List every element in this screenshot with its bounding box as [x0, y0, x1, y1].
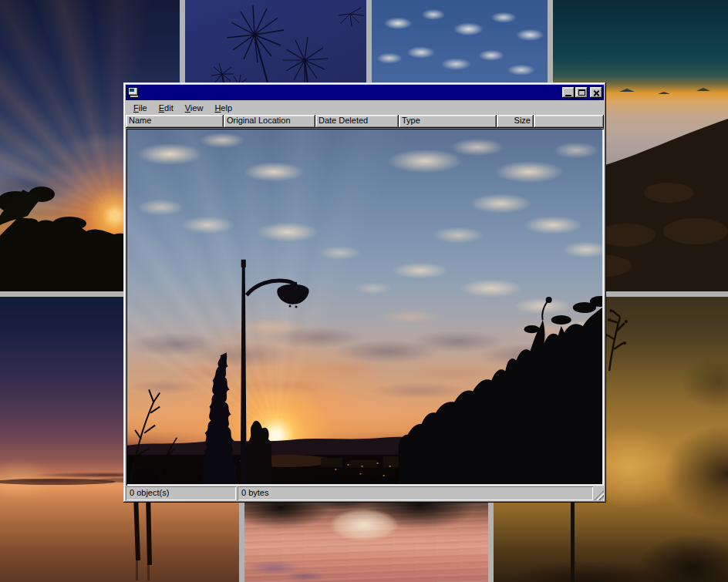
close-icon [593, 89, 600, 96]
column-header-size[interactable]: Size [497, 115, 534, 128]
monitor-shape [128, 87, 138, 96]
maximize-button[interactable] [575, 87, 588, 98]
computer-icon[interactable] [127, 87, 140, 98]
column-header-type[interactable]: Type [399, 115, 497, 128]
close-button[interactable] [590, 87, 602, 98]
maximize-icon [578, 89, 585, 96]
right-trees-silhouette [399, 296, 602, 484]
small-tree-silhouette [243, 421, 272, 484]
menu-edit[interactable]: Edit [154, 103, 178, 113]
file-list-area[interactable] [126, 128, 604, 486]
minimize-icon [565, 95, 571, 96]
menu-help[interactable]: Help [210, 103, 237, 113]
menu-view[interactable]: View [180, 103, 208, 113]
status-size: 0 bytes [238, 486, 593, 500]
status-object-count: 0 object(s) [126, 486, 236, 500]
column-headers: Name Original Location Date Deleted Type… [126, 115, 604, 128]
menu-file[interactable]: File [129, 103, 152, 113]
silhouettes-layer [127, 130, 602, 484]
cypress-tree-silhouette [201, 352, 237, 484]
column-header-original-location[interactable]: Original Location [224, 115, 315, 128]
resize-grip[interactable] [594, 490, 604, 500]
sunset-wallpaper-photo [127, 130, 602, 484]
column-header-name[interactable]: Name [126, 115, 224, 128]
column-header-filler [534, 115, 604, 128]
monitor-base-shape [130, 96, 139, 98]
menu-bar: File Edit View Help [126, 101, 604, 115]
recycle-bin-window: File Edit View Help Name Original Locati… [123, 82, 606, 503]
title-bar[interactable] [126, 85, 604, 100]
column-header-date-deleted[interactable]: Date Deleted [315, 115, 399, 128]
status-bar: 0 object(s) 0 bytes [126, 486, 604, 500]
minimize-button[interactable] [562, 87, 575, 98]
